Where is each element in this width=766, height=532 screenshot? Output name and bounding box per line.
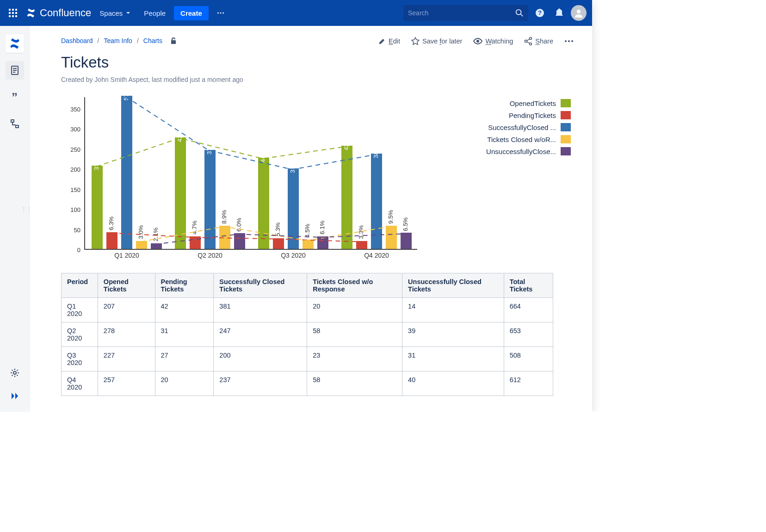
profile-avatar[interactable] bbox=[571, 5, 587, 21]
nav-people-label: People bbox=[144, 9, 166, 17]
watching-button[interactable]: Watching bbox=[473, 37, 513, 45]
table-cell: 27 bbox=[155, 347, 214, 371]
bar bbox=[234, 233, 245, 249]
x-tick: Q2 2020 bbox=[198, 252, 222, 259]
breadcrumb-item[interactable]: Team Info bbox=[104, 37, 132, 44]
create-button[interactable]: Create bbox=[174, 6, 209, 20]
legend-item[interactable]: OpenedTickets bbox=[486, 97, 571, 109]
page-actions: Edit Save for later Watching Share bbox=[378, 37, 574, 45]
bar bbox=[356, 241, 367, 249]
table-row: Q4 2020257202375840612 bbox=[62, 371, 553, 396]
expand-icon bbox=[10, 393, 19, 399]
confluence-logo[interactable]: Confluence bbox=[26, 7, 91, 19]
table-cell: 14 bbox=[402, 298, 504, 322]
table-cell: 200 bbox=[214, 347, 307, 371]
legend-swatch bbox=[561, 111, 571, 119]
svg-rect-22 bbox=[16, 125, 19, 128]
bar-label: 6.1% bbox=[319, 221, 326, 235]
breadcrumb-sep: / bbox=[98, 37, 99, 44]
nav-spaces[interactable]: Spaces bbox=[95, 6, 136, 21]
search-icon bbox=[515, 9, 524, 17]
more-actions-button[interactable] bbox=[564, 40, 574, 43]
svg-point-25 bbox=[530, 37, 532, 40]
bar-label: 38.7% bbox=[372, 141, 379, 158]
ellipsis-icon bbox=[217, 12, 224, 14]
table-cell: 247 bbox=[214, 322, 307, 347]
y-tick: 250 bbox=[61, 146, 80, 153]
table-cell: Q4 2020 bbox=[62, 371, 98, 396]
data-table: PeriodOpened TicketsPending TicketsSucce… bbox=[61, 273, 553, 396]
bar-label: 6.5% bbox=[402, 217, 409, 231]
save-for-later-button[interactable]: Save for later bbox=[411, 37, 462, 45]
svg-rect-4 bbox=[12, 12, 14, 14]
legend-item[interactable]: PendingTickets bbox=[486, 109, 571, 121]
main-content: Dashboard / Team Info / Charts Edit Save… bbox=[30, 26, 592, 412]
star-icon bbox=[411, 37, 420, 45]
bar-label: 8.9% bbox=[221, 210, 228, 224]
svg-point-12 bbox=[516, 10, 521, 15]
bar-label: 42.0% bbox=[343, 133, 350, 150]
rail-settings[interactable] bbox=[6, 364, 24, 382]
share-button[interactable]: Share bbox=[524, 37, 553, 45]
table-cell: 23 bbox=[307, 347, 402, 371]
chart: Q1 202031.2%6.3%57.4%3.0%2.1%Q2 202042.6… bbox=[61, 97, 422, 259]
table-header: Pending Tickets bbox=[155, 273, 214, 298]
bar bbox=[386, 226, 397, 249]
bar-label: 37.8% bbox=[206, 137, 213, 155]
legend-item[interactable]: Tickets Closed w/oR... bbox=[486, 133, 571, 145]
bar bbox=[273, 238, 284, 249]
legend-swatch bbox=[561, 147, 571, 155]
app-switcher-icon[interactable] bbox=[6, 6, 20, 20]
page-meta: Created by John Smith Aspect, last modif… bbox=[61, 76, 574, 83]
rail-pages[interactable] bbox=[6, 61, 24, 80]
rail-home[interactable] bbox=[6, 34, 24, 53]
table-cell: 257 bbox=[98, 371, 155, 396]
table-cell: 31 bbox=[402, 347, 504, 371]
table-header: Period bbox=[62, 273, 98, 298]
help-button[interactable]: ? bbox=[532, 5, 548, 21]
svg-point-30 bbox=[565, 40, 567, 42]
svg-point-24 bbox=[476, 40, 479, 43]
confluence-icon bbox=[9, 37, 21, 49]
svg-rect-1 bbox=[12, 9, 14, 11]
bar-label: 3.0% bbox=[137, 225, 144, 239]
restrictions-icon[interactable] bbox=[170, 37, 177, 44]
legend-item[interactable]: SuccessfullyClosed ... bbox=[486, 121, 571, 133]
svg-line-29 bbox=[527, 42, 530, 43]
edit-button[interactable]: Edit bbox=[378, 37, 400, 45]
table-cell: 58 bbox=[307, 322, 402, 347]
svg-point-10 bbox=[220, 12, 221, 13]
svg-point-9 bbox=[217, 12, 219, 13]
rail-tree[interactable] bbox=[6, 115, 24, 133]
bar-label: 4.7% bbox=[191, 221, 198, 235]
rail-expand[interactable] bbox=[6, 387, 24, 405]
table-cell: 653 bbox=[504, 322, 553, 347]
y-tick: 50 bbox=[61, 226, 80, 233]
bar bbox=[121, 96, 132, 249]
rail-blog[interactable]: ” bbox=[6, 88, 24, 106]
notifications-button[interactable] bbox=[551, 5, 567, 21]
nav-people[interactable]: People bbox=[139, 6, 170, 21]
search-input[interactable] bbox=[408, 9, 515, 17]
bar-label: 6.0% bbox=[235, 218, 242, 232]
bar bbox=[288, 168, 299, 249]
table-cell: 40 bbox=[402, 371, 504, 396]
left-rail: ” ⋮⋮ bbox=[0, 26, 30, 412]
search-box[interactable] bbox=[403, 5, 528, 21]
legend-swatch bbox=[561, 99, 571, 107]
table-cell: Q2 2020 bbox=[62, 322, 98, 347]
breadcrumb-item[interactable]: Charts bbox=[143, 37, 162, 44]
share-icon bbox=[524, 37, 532, 45]
table-header: Tickets Closed w/o Response bbox=[307, 273, 402, 298]
table-cell: 664 bbox=[504, 298, 553, 322]
bar bbox=[258, 158, 269, 249]
svg-point-31 bbox=[568, 40, 570, 42]
tree-icon bbox=[10, 119, 19, 129]
legend-item[interactable]: UnsuccessfullyClose... bbox=[486, 145, 571, 157]
breadcrumb-item[interactable]: Dashboard bbox=[61, 37, 93, 44]
bar-label: 2.1% bbox=[152, 228, 159, 241]
y-tick: 0 bbox=[61, 247, 80, 254]
legend-swatch bbox=[561, 135, 571, 143]
ellipsis-icon bbox=[564, 40, 574, 43]
more-nav-button[interactable] bbox=[212, 8, 229, 18]
